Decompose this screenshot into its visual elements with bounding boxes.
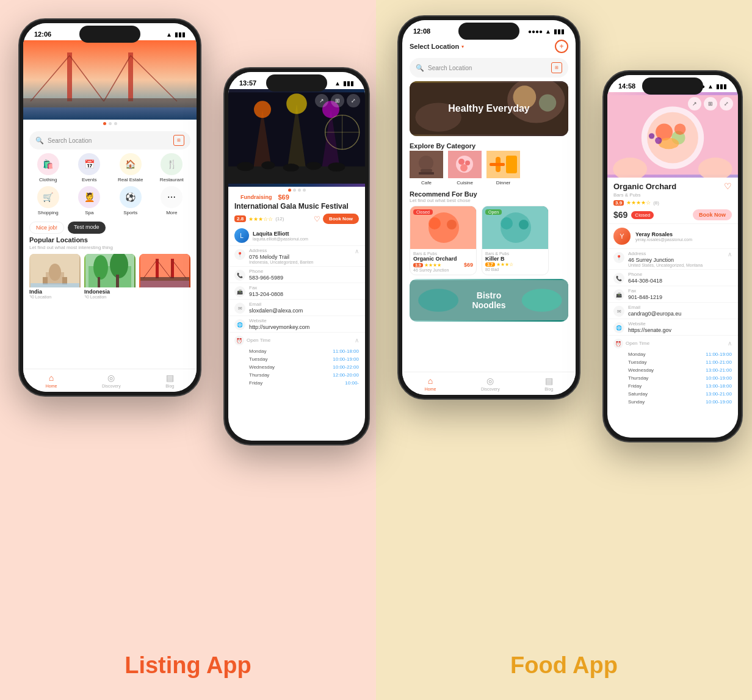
svg-point-82 <box>674 123 686 135</box>
cat-events[interactable]: 📅 Events <box>71 153 109 182</box>
indonesia-name: Indonesia <box>84 289 136 295</box>
rec-address-2: 80 Bad <box>485 267 545 272</box>
open-time-expand-icon[interactable]: ∧ <box>355 337 359 344</box>
food-cat-cafe[interactable]: Cafe <box>410 151 443 186</box>
food-categories: Cafe Cuisine <box>402 151 576 189</box>
food-qr-icon[interactable]: ⊞ <box>551 62 562 73</box>
hero-bridge-image <box>23 40 197 120</box>
battery-4: ▮▮▮ <box>716 83 727 90</box>
rec-card-2[interactable]: Open Bars & Pubs Killer B 3.7 ★★★☆ 80 Ba… <box>482 206 549 275</box>
search-bar-listing[interactable]: 🔍 Search Location ⊞ <box>29 131 190 150</box>
categories-grid: 🛍️ Clothing 📅 Events 🏠 Real Estate 🍴 Res… <box>23 153 197 219</box>
food-search-bar[interactable]: 🔍 Search Location ⊞ <box>410 58 568 78</box>
svg-point-39 <box>261 161 275 169</box>
favorite-icon[interactable]: ♡ <box>314 215 320 223</box>
indonesia-count: 80 Location <box>84 295 136 299</box>
food-detail-stars: ★★★★☆ <box>626 200 651 206</box>
location-bridge[interactable] <box>139 254 190 299</box>
wifi-icon: ▲ <box>166 31 172 38</box>
dot-2 <box>109 122 112 125</box>
cat-clothing[interactable]: 🛍️ Clothing <box>29 153 67 182</box>
food-open-time-expand[interactable]: ∧ <box>728 340 732 347</box>
food-address-row: 📍 Address 46 Surrey Junction United Stat… <box>607 248 738 269</box>
food-nav-discovery[interactable]: ◎ Discovery <box>481 376 500 391</box>
food-cat-dinner[interactable]: Dinner <box>486 151 520 186</box>
address-expand-icon[interactable]: ∧ <box>355 248 359 254</box>
cat-sports[interactable]: ⚽ Sports <box>112 186 150 215</box>
location-dropdown-icon[interactable]: ▾ <box>461 44 464 49</box>
email-icon: ✉ <box>234 303 245 314</box>
food-open-time-header: ⏰ Open Time ∧ <box>607 335 738 350</box>
phone-food-detail-screen: 14:58 ●●●● ▲ ▮▮▮ <box>607 75 738 438</box>
battery-icon-2: ▮▮▮ <box>343 80 354 87</box>
hours-friday: Friday 10:00- <box>228 379 365 387</box>
bistro-text: Bistro Noodles <box>472 290 505 310</box>
food-time-thursday: 10:00-19:00 <box>706 375 732 381</box>
food-cat-cuisine[interactable]: Cuisine <box>448 151 482 186</box>
time-wednesday: 10:00-22:00 <box>333 364 359 370</box>
test-mode-button[interactable]: Test mode <box>68 222 106 234</box>
food-website-row: 🌐 Website https://senate.gov <box>607 319 738 335</box>
hours-thursday: Thursday 12:00-20:00 <box>228 371 365 379</box>
food-home-icon: ⌂ <box>428 376 433 386</box>
cat-realestate[interactable]: 🏠 Real Estate <box>112 153 150 182</box>
location-indonesia[interactable]: Indonesia 80 Location <box>84 254 136 299</box>
wifi-icon-3: ●●●● <box>528 28 543 35</box>
food-detail-hero: ↗ ⊞ ⤢ <box>607 92 738 178</box>
clock-icon: ⏰ <box>234 336 244 345</box>
phone-food-screen: 12:08 ●●●● ▲ ▮▮▮ Select Location ▾ + 🔍 S… <box>402 20 576 395</box>
right-grid-icon[interactable]: ⊞ <box>704 97 717 110</box>
expand-icon-btn[interactable]: ⤢ <box>347 94 360 107</box>
cat-shopping[interactable]: 🛒 Shopping <box>29 186 67 215</box>
status-bar-3: 12:08 ●●●● ▲ ▮▮▮ <box>402 20 576 37</box>
food-book-now-button[interactable]: Book Now <box>693 209 732 220</box>
food-website-icon: 🌐 <box>613 322 624 333</box>
food-phone-label: Phone <box>628 272 662 277</box>
right-expand-icon[interactable]: ⤢ <box>720 97 733 110</box>
food-address-expand-icon[interactable]: ∧ <box>728 251 732 258</box>
rec-stars-1: ★★★★ <box>424 262 441 268</box>
battery-icon-3: ▲ <box>545 28 551 35</box>
add-location-button[interactable]: + <box>555 40 568 53</box>
nav-blog[interactable]: ▤ Blog <box>165 373 174 388</box>
right-panel-title: Food App <box>510 652 618 679</box>
food-time-wednesday: 13:00-21:00 <box>706 367 732 373</box>
book-now-button[interactable]: Book Now <box>323 214 359 224</box>
rec-card-1[interactable]: Closed Bars & Pubs Organic Orchard 3.9 ★… <box>410 206 477 275</box>
food-fax-label: Fax <box>628 288 662 294</box>
food-address-label: Address <box>628 251 703 256</box>
food-nav-discovery-label: Discovery <box>481 387 500 391</box>
svg-point-11 <box>49 264 61 281</box>
day-thursday: Thursday <box>249 372 269 378</box>
location-india[interactable]: India 80 Location <box>29 254 81 299</box>
qr-icon[interactable]: ⊞ <box>173 135 184 146</box>
nice-job-button[interactable]: Nice job! <box>29 222 64 234</box>
svg-rect-63 <box>506 156 517 173</box>
detail-dots <box>228 187 365 193</box>
food-nav-blog[interactable]: ▤ Blog <box>544 376 553 391</box>
rec-img-2: Open <box>482 206 548 249</box>
cat-restaurant[interactable]: 🍴 Restaurant <box>153 153 191 182</box>
food-detail-type: Bars & Pubs <box>607 192 738 198</box>
nav-discovery[interactable]: ◎ Discovery <box>102 373 121 388</box>
food-detail-badge: 3.9 <box>613 200 624 206</box>
food-favorite-icon[interactable]: ♡ <box>724 181 732 191</box>
detail-overlay-icons: ↗ ⊞ ⤢ <box>315 94 360 107</box>
hours-wednesday: Wednesday 10:00-22:00 <box>228 363 365 371</box>
discovery-icon: ◎ <box>107 373 115 383</box>
share-icon-btn[interactable]: ↗ <box>315 94 328 107</box>
svg-point-74 <box>418 289 458 312</box>
detail-dot-4 <box>303 189 306 192</box>
food-hours-wednesday: Wednesday 13:00-21:00 <box>607 366 738 374</box>
cat-spa[interactable]: 💆 Spa <box>71 186 109 215</box>
nav-home[interactable]: ⌂ Home <box>46 373 57 388</box>
food-detail-reviews: (8) <box>653 200 659 206</box>
cat-more[interactable]: ⋯ More <box>153 186 191 215</box>
day-monday: Monday <box>249 348 266 354</box>
grid-icon-btn[interactable]: ⊞ <box>331 94 344 107</box>
battery-icon: ▮▮▮ <box>175 31 186 38</box>
food-address-street: 46 Surrey Junction <box>628 257 703 263</box>
food-nav-home[interactable]: ⌂ Home <box>425 376 436 391</box>
right-share-icon[interactable]: ↗ <box>688 97 701 110</box>
svg-rect-54 <box>419 172 434 175</box>
